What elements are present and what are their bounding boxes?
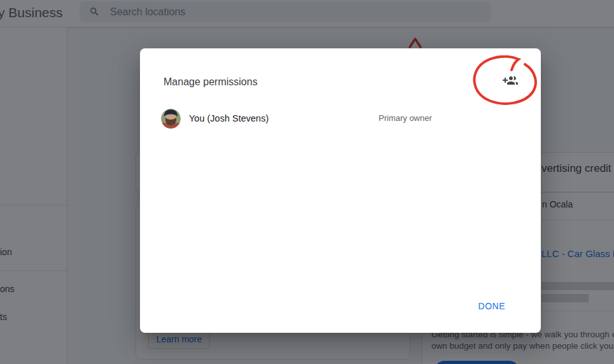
member-row: You (Josh Stevens) [161, 108, 269, 129]
done-button[interactable]: DONE [471, 296, 513, 316]
person-add-icon [503, 73, 518, 90]
app-frame: y Business Search locations ion ons ts v… [0, 0, 614, 364]
add-users-button[interactable] [496, 67, 524, 95]
dialog-title: Manage permissions [164, 76, 258, 88]
manage-permissions-dialog: Manage permissions [140, 48, 541, 333]
avatar [161, 109, 181, 129]
member-name: You (Josh Stevens) [189, 113, 269, 123]
member-role: Primary owner [379, 108, 432, 129]
